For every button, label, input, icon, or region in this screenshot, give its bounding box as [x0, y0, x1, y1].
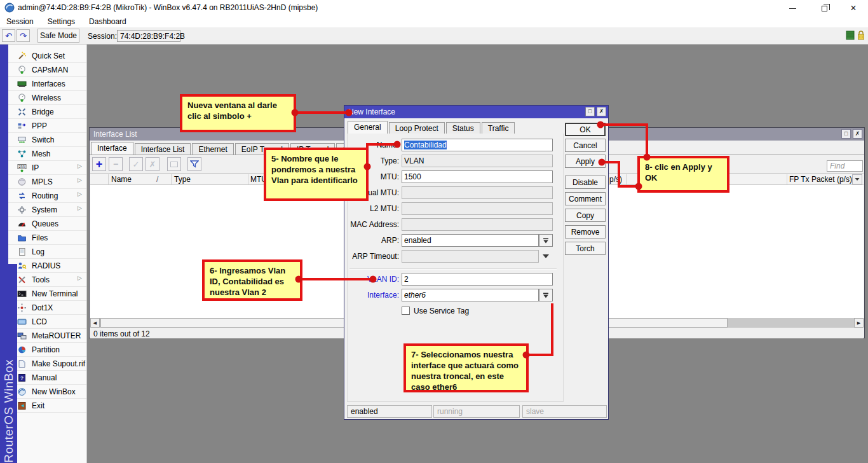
- column-fp-tx-packet[interactable]: FP Tx Packet (p/s): [789, 175, 852, 184]
- tab-ethernet[interactable]: Ethernet: [192, 143, 233, 155]
- sidebar-item-switch[interactable]: Switch: [8, 133, 86, 147]
- add-interface-button[interactable]: +: [92, 157, 106, 171]
- column-partial[interactable]: p/s): [609, 175, 622, 184]
- arp-label: ARP:: [348, 234, 399, 247]
- tab-loop-protect[interactable]: Loop Protect: [389, 122, 445, 134]
- minimize-button[interactable]: [779, 0, 806, 17]
- sidebar-item-label: MetaROUTER: [32, 331, 81, 340]
- close-button[interactable]: ×: [840, 0, 867, 17]
- menu-settings[interactable]: Settings: [48, 17, 75, 26]
- use-service-tag-checkbox[interactable]: [402, 307, 410, 315]
- sidebar-item-new-winbox[interactable]: New WinBox: [8, 385, 86, 399]
- interface-list-close-button[interactable]: ✗: [853, 129, 862, 139]
- tab-interface[interactable]: Interface: [91, 142, 133, 155]
- apply-button[interactable]: Apply: [565, 155, 606, 168]
- enable-button[interactable]: ✓: [129, 157, 143, 171]
- sidebar-item-wireless[interactable]: Wireless: [8, 91, 86, 105]
- comment-button[interactable]: [167, 157, 181, 171]
- scroll-right-button[interactable]: ▶: [854, 318, 864, 328]
- submenu-arrow-icon: ▷: [78, 191, 82, 197]
- sidebar-item-new-terminal[interactable]: New Terminal: [8, 287, 86, 301]
- undo-button[interactable]: ↶: [2, 29, 15, 42]
- column-name[interactable]: Name: [111, 175, 132, 184]
- arp-timeout-dropdown[interactable]: [539, 250, 553, 263]
- tab-interface-list[interactable]: Interface List: [135, 143, 191, 155]
- comment-button[interactable]: Comment: [565, 192, 606, 205]
- sidebar-item-tools[interactable]: Tools▷: [8, 273, 86, 287]
- callout-step6-vlan-id: 6- Ingresamos Vlan ID, Contabilidad es n…: [202, 259, 302, 301]
- column-type[interactable]: Type: [174, 175, 191, 184]
- redo-button[interactable]: ↷: [17, 29, 30, 42]
- ip-icon: 255: [17, 163, 27, 172]
- sidebar-item-exit[interactable]: Exit: [8, 399, 86, 413]
- sidebar-item-label: RADIUS: [32, 261, 60, 270]
- sidebar-item-make-supout-rif[interactable]: Make Supout.rif: [8, 357, 86, 371]
- arp-select[interactable]: enabled: [402, 234, 539, 247]
- disable-button[interactable]: Disable: [565, 176, 606, 189]
- vlan-id-input[interactable]: 2: [402, 273, 553, 286]
- menu-dashboard[interactable]: Dashboard: [89, 17, 126, 26]
- sidebar-item-mesh[interactable]: Mesh: [8, 147, 86, 161]
- sort-ascending-icon[interactable]: /: [156, 175, 158, 184]
- dialog-maximize-button[interactable]: □: [585, 107, 595, 116]
- l2-mtu-input: [402, 202, 553, 215]
- mtu-input[interactable]: 1500: [402, 170, 553, 183]
- sidebar-item-partition[interactable]: Partition: [8, 343, 86, 357]
- dialog-close-button[interactable]: ✗: [597, 107, 606, 116]
- name-input[interactable]: Contabilidad: [402, 139, 553, 151]
- sidebar-item-lcd[interactable]: LCD: [8, 315, 86, 329]
- sidebar-item-manual[interactable]: ?Manual: [8, 371, 86, 385]
- tab-status[interactable]: Status: [446, 122, 480, 134]
- interface-dropdown-button[interactable]: [539, 289, 553, 301]
- sidebar-item-metarouter[interactable]: MetaROUTER: [8, 329, 86, 343]
- sidebar-item-system[interactable]: System▷: [8, 203, 86, 217]
- sidebar-item-label: Queues: [32, 219, 58, 228]
- sidebar-item-bridge[interactable]: Bridge: [8, 105, 86, 119]
- submenu-arrow-icon: ▷: [78, 163, 82, 169]
- sidebar-item-ip[interactable]: 255IP▷: [8, 161, 86, 175]
- manual-icon: ?: [17, 373, 27, 382]
- winbox-app: admin@74:4D:28:B9:F4:2B (MikroTik) - Win…: [0, 0, 868, 463]
- cancel-button[interactable]: Cancel: [565, 139, 606, 152]
- menu-session[interactable]: Session: [6, 17, 34, 26]
- safe-mode-button[interactable]: Safe Mode: [37, 29, 79, 43]
- sidebar-item-queues[interactable]: Queues: [8, 217, 86, 231]
- funnel-icon: [190, 160, 199, 168]
- sidebar-item-ppp[interactable]: PPP: [8, 119, 86, 133]
- sidebar-item-routing[interactable]: Routing▷: [8, 189, 86, 203]
- sidebar-item-mpls[interactable]: MPLS▷: [8, 175, 86, 189]
- tab-traffic[interactable]: Traffic: [482, 122, 515, 134]
- running-status: running: [433, 405, 520, 418]
- close-icon: ✗: [855, 131, 860, 137]
- sidebar-item-dot1x[interactable]: Dot1X: [8, 301, 86, 315]
- sidebar-item-files[interactable]: Files: [8, 231, 86, 245]
- sidebar-item-quick-set[interactable]: Quick Set: [8, 49, 86, 63]
- sidebar-item-radius[interactable]: RADIUS: [8, 259, 86, 273]
- main-titlebar: admin@74:4D:28:B9:F4:2B (MikroTik) - Win…: [0, 0, 868, 15]
- sidebar-item-interfaces[interactable]: Interfaces: [8, 77, 86, 91]
- remove-interface-button[interactable]: −: [109, 157, 123, 171]
- ok-button[interactable]: OK: [565, 123, 606, 136]
- callout-step8-apply-ok: 8- clic en Apply y OK: [637, 156, 729, 193]
- sidebar-item-capsman[interactable]: CAPsMAN: [8, 63, 86, 77]
- tab-general[interactable]: General: [348, 121, 388, 134]
- dialog-titlebar[interactable]: New Interface: [344, 106, 608, 118]
- arp-dropdown-button[interactable]: [539, 234, 553, 247]
- restore-button[interactable]: [811, 0, 837, 17]
- copy-button[interactable]: Copy: [565, 209, 606, 222]
- scroll-left-button[interactable]: ◀: [90, 318, 100, 328]
- remove-button[interactable]: Remove: [565, 225, 606, 238]
- column-chooser-button[interactable]: [852, 174, 862, 184]
- interface-list-maximize-button[interactable]: □: [841, 129, 851, 139]
- interface-select[interactable]: ether6: [402, 289, 539, 301]
- maximize-icon: □: [588, 109, 592, 114]
- sidebar-item-log[interactable]: Log: [8, 245, 86, 259]
- dropdown-arrow-icon: [543, 238, 549, 244]
- find-input[interactable]: Find: [827, 160, 863, 172]
- filter-button[interactable]: [187, 157, 201, 171]
- torch-button[interactable]: Torch: [565, 242, 606, 255]
- disable-button[interactable]: ✗: [146, 157, 159, 171]
- session-value-field[interactable]: 74:4D:28:B9:F4:2B: [117, 30, 180, 42]
- winbox-globe-icon: [4, 3, 15, 13]
- svg-text:255: 255: [19, 165, 25, 169]
